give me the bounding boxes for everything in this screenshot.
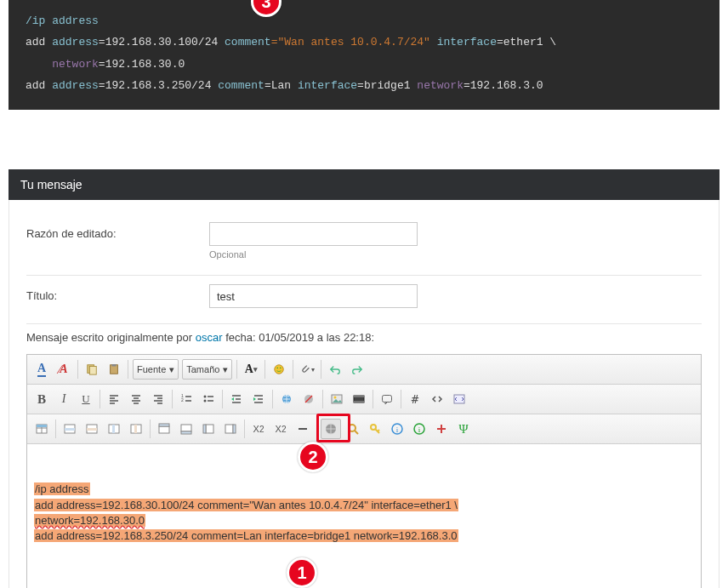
svg-rect-42 [454,395,464,403]
textcolor-icon[interactable]: A [31,359,52,380]
original-post-line: Mensaje escrito originalmente por oscar … [26,331,702,344]
svg-point-4 [275,365,284,374]
svg-rect-46 [37,425,47,427]
html-icon[interactable] [449,389,469,409]
font-color-picker[interactable]: A▾ [241,359,261,380]
svg-rect-59 [206,425,213,433]
info-blue-icon[interactable]: i [387,419,407,439]
svg-rect-51 [109,425,119,433]
col-after-icon[interactable] [220,419,241,439]
col-before-icon[interactable] [198,419,219,439]
code-preview: /ip address add address=192.168.30.100/2… [9,0,719,110]
info-green-icon[interactable]: i [409,419,429,439]
svg-rect-48 [65,428,75,431]
indent-icon[interactable] [248,389,269,409]
svg-rect-60 [203,425,206,433]
svg-rect-54 [134,425,137,433]
svg-rect-1 [89,367,96,375]
svg-rect-62 [233,425,236,433]
attachment-icon[interactable]: ▾ [297,359,317,380]
italic-icon[interactable]: I [54,389,74,409]
font-size-select[interactable]: Tamaño▾ [182,359,232,380]
outdent-icon[interactable] [226,389,247,409]
plus-icon[interactable] [431,419,452,439]
copy-icon[interactable] [82,359,102,380]
title-label: Título: [26,284,209,302]
svg-rect-0 [88,365,94,374]
svg-rect-56 [159,424,169,426]
hr-icon[interactable] [293,419,313,439]
field-row-title: Título: [26,276,702,324]
svg-rect-57 [181,425,191,431]
edit-reason-input[interactable] [209,222,418,246]
svg-text:2: 2 [181,397,184,402]
svg-text:1: 1 [181,393,184,398]
title-input[interactable] [209,284,418,308]
svg-rect-2 [111,365,118,374]
svg-point-70 [392,424,402,434]
svg-line-66 [355,431,358,434]
quote-icon[interactable] [377,389,397,409]
svg-line-35 [305,396,312,402]
font-family-select[interactable]: Fuente▾ [133,359,179,380]
svg-point-72 [414,424,424,434]
svg-rect-58 [181,431,191,434]
align-left-icon[interactable] [104,389,124,409]
delete-row-icon[interactable] [82,419,102,439]
image-icon[interactable] [327,389,347,409]
svg-point-23 [204,396,207,398]
redo-icon[interactable] [347,359,367,380]
row-before-icon[interactable] [154,419,174,439]
insert-col-icon[interactable] [104,419,124,439]
psi-icon[interactable]: Ψ [453,419,474,439]
reply-panel: Tu mensaje Razón de editado: Opcional Tí… [9,169,719,588]
editor-selected-text: /ip address add address=192.168.30.100/2… [34,482,694,544]
svg-rect-53 [131,425,141,433]
svg-text:i: i [396,425,399,434]
svg-rect-43 [37,425,47,433]
align-right-icon[interactable] [148,389,168,409]
svg-point-37 [334,397,337,399]
svg-line-68 [375,429,379,433]
video-icon[interactable] [349,389,369,409]
align-center-icon[interactable] [126,389,146,409]
bold-icon[interactable]: B [31,389,52,409]
toolbar-row-1: A A⁄ Fuente▾ Tamaño▾ A▾ ▾ [27,355,701,385]
svg-rect-39 [354,396,364,397]
subscript-icon[interactable]: X2 [248,419,269,439]
annotation-highlight-2 [316,414,350,442]
hashtag-icon[interactable]: # [405,389,425,409]
delete-col-icon[interactable] [126,419,146,439]
insert-row-icon[interactable] [60,419,80,439]
field-row-edit-reason: Razón de editado: Opcional [26,214,702,276]
paste-icon[interactable] [104,359,124,380]
code-icon[interactable] [427,389,447,409]
table-icon[interactable] [31,419,52,439]
superscript-icon[interactable]: X2 [270,419,291,439]
smiley-icon[interactable] [269,359,289,380]
underline-icon[interactable]: U [76,389,96,409]
svg-point-34 [304,395,313,403]
editor-content-area[interactable]: /ip address add address=192.168.30.100/2… [27,444,701,588]
original-author-link[interactable]: oscar [196,331,223,344]
svg-point-67 [371,425,376,430]
svg-rect-3 [111,364,116,367]
svg-point-33 [282,395,291,403]
remove-format-icon[interactable]: A⁄ [54,359,74,380]
annotation-badge-1: 1 [287,557,317,588]
svg-point-24 [204,400,207,402]
key-icon[interactable] [365,419,385,439]
svg-rect-38 [354,396,364,402]
wysiwyg-editor: A A⁄ Fuente▾ Tamaño▾ A▾ ▾ B [26,354,702,588]
ordered-list-icon[interactable]: 12 [176,389,196,409]
undo-icon[interactable] [325,359,345,380]
link-icon[interactable] [276,389,297,409]
panel-heading: Tu mensaje [9,169,719,200]
toolbar-row-2: B I U 12 [27,385,701,414]
svg-rect-50 [87,428,97,431]
svg-rect-55 [159,426,169,433]
unordered-list-icon[interactable] [198,389,219,409]
row-after-icon[interactable] [176,419,196,439]
unlink-icon[interactable] [299,389,319,409]
svg-point-5 [277,368,279,369]
